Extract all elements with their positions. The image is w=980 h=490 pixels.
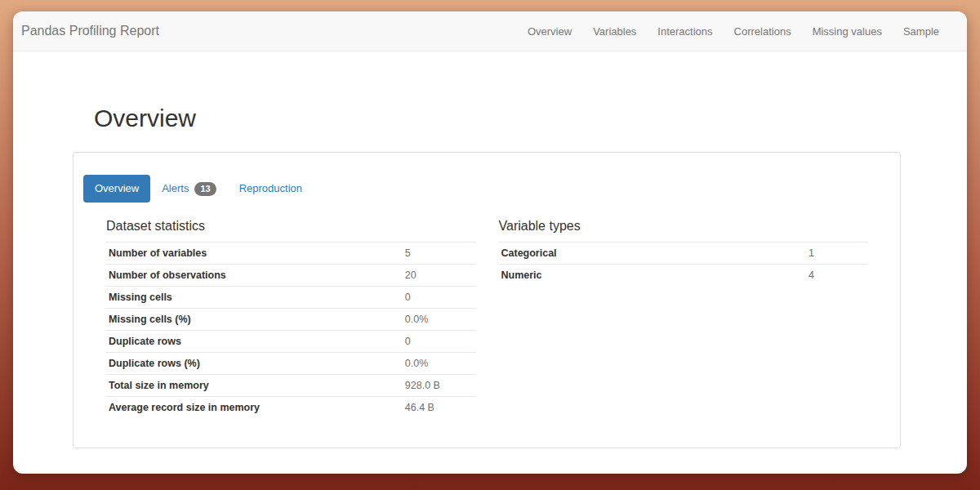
- type-value: 1: [805, 243, 868, 265]
- tab-alerts[interactable]: Alerts 13: [150, 175, 227, 203]
- nav-item-missing-values[interactable]: Missing values: [813, 25, 882, 38]
- tab-overview[interactable]: Overview: [83, 175, 150, 203]
- stat-label: Total size in memory: [105, 375, 402, 397]
- stat-label: Duplicate rows (%): [105, 353, 402, 375]
- table-row: Missing cells 0: [105, 287, 476, 309]
- table-row: Average record size in memory 46.4 B: [105, 397, 476, 419]
- table-row: Number of observations 20: [105, 265, 476, 287]
- stat-value: 5: [402, 243, 476, 265]
- stat-label: Missing cells: [105, 287, 402, 309]
- type-label: Categorical: [498, 243, 805, 265]
- top-navbar: Pandas Profiling Report Overview Variabl…: [13, 11, 967, 51]
- type-label: Numeric: [498, 265, 805, 287]
- stat-value: 20: [402, 265, 476, 287]
- stat-value: 0: [402, 331, 476, 353]
- report-window: Pandas Profiling Report Overview Variabl…: [13, 11, 967, 474]
- variable-types-section: Variable types Categorical 1 Numeric 4: [498, 217, 869, 418]
- nav-item-variables[interactable]: Variables: [593, 25, 636, 38]
- tab-reproduction[interactable]: Reproduction: [228, 175, 314, 203]
- dataset-statistics-section: Dataset statistics Number of variables 5…: [105, 217, 476, 418]
- variable-types-table: Categorical 1 Numeric 4: [498, 242, 869, 286]
- dataset-statistics-title: Dataset statistics: [106, 217, 476, 235]
- table-row: Duplicate rows 0: [105, 331, 476, 353]
- table-row: Missing cells (%) 0.0%: [105, 309, 476, 331]
- type-value: 4: [805, 265, 868, 287]
- stat-label: Missing cells (%): [105, 309, 402, 331]
- page-title: Overview: [94, 105, 967, 131]
- table-row: Categorical 1: [498, 243, 869, 265]
- variable-types-title: Variable types: [499, 217, 869, 235]
- nav-item-correlations[interactable]: Correlations: [734, 25, 791, 38]
- statistics-columns: Dataset statistics Number of variables 5…: [83, 217, 890, 418]
- stat-label: Number of variables: [105, 243, 402, 265]
- table-row: Numeric 4: [498, 265, 869, 287]
- nav-item-sample[interactable]: Sample: [903, 25, 939, 38]
- nav-item-overview[interactable]: Overview: [528, 25, 572, 38]
- stat-value: 928.0 B: [402, 375, 476, 397]
- overview-panel: Overview Alerts 13 Reproduction Dataset …: [73, 152, 901, 448]
- dataset-statistics-table: Number of variables 5 Number of observat…: [105, 242, 476, 418]
- alerts-count-badge: 13: [194, 182, 216, 196]
- navbar-links: Overview Variables Interactions Correlat…: [528, 25, 939, 38]
- stat-label: Duplicate rows: [105, 331, 402, 353]
- stat-value: 46.4 B: [402, 397, 476, 419]
- stat-label: Average record size in memory: [105, 397, 402, 419]
- panel-tabs: Overview Alerts 13 Reproduction: [83, 175, 890, 203]
- navbar-brand[interactable]: Pandas Profiling Report: [21, 24, 159, 38]
- table-row: Total size in memory 928.0 B: [105, 375, 476, 397]
- stat-value: 0.0%: [402, 309, 476, 331]
- stat-label: Number of observations: [105, 265, 402, 287]
- tab-alerts-label: Alerts: [162, 181, 189, 196]
- stat-value: 0.0%: [402, 353, 476, 375]
- stat-value: 0: [402, 287, 476, 309]
- nav-item-interactions[interactable]: Interactions: [657, 25, 712, 38]
- table-row: Duplicate rows (%) 0.0%: [105, 353, 476, 375]
- table-row: Number of variables 5: [105, 243, 476, 265]
